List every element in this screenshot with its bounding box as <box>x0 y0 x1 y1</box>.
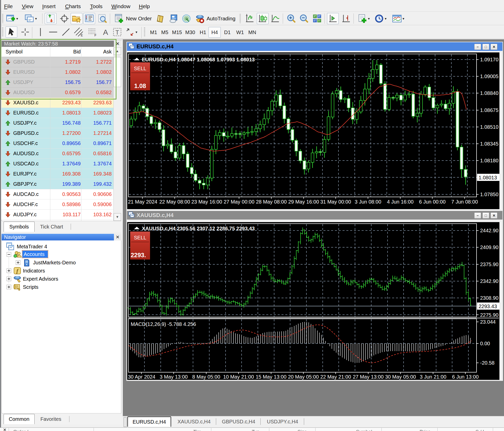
svg-text:2442.90: 2442.90 <box>480 228 498 233</box>
svg-text:0.00: 0.00 <box>480 341 490 346</box>
svg-text:3 Jun 21:00: 3 Jun 21:00 <box>420 374 447 380</box>
svg-text:23 May 16:00: 23 May 16:00 <box>191 199 222 205</box>
svg-text:1.08345: 1.08345 <box>480 141 498 147</box>
svg-text:2342.90: 2342.90 <box>480 278 498 284</box>
svg-text:2375.90: 2375.90 <box>480 262 498 267</box>
svg-text:31 May 00:00: 31 May 00:00 <box>320 199 351 205</box>
svg-text:4 Jun 16:00: 4 Jun 16:00 <box>387 199 414 205</box>
svg-text:30 May 05:00: 30 May 05:00 <box>385 374 416 380</box>
svg-text:22 May 08:00: 22 May 08:00 <box>159 199 190 205</box>
svg-text:22 May 21:00: 22 May 21:00 <box>320 374 351 380</box>
svg-text:15 May 13:00: 15 May 13:00 <box>256 374 286 380</box>
svg-text:1.07850: 1.07850 <box>480 192 498 197</box>
svg-text:2409.90: 2409.90 <box>480 245 498 250</box>
svg-text:F: F <box>94 34 96 37</box>
svg-text:3 May 13:00: 3 May 13:00 <box>160 374 188 380</box>
svg-text:28 May 08:00: 28 May 08:00 <box>256 199 287 205</box>
svg-text:1.09005: 1.09005 <box>480 74 498 79</box>
svg-text:3 Jun 08:00: 3 Jun 08:00 <box>355 199 381 205</box>
svg-text:27 May 13:00: 27 May 13:00 <box>353 374 383 380</box>
svg-text:MACD(12,26,9) -5.788 4.256: MACD(12,26,9) -5.788 4.256 <box>131 321 196 327</box>
svg-text:1.08675: 1.08675 <box>480 107 498 113</box>
svg-text:20 May 05:00: 20 May 05:00 <box>288 374 319 380</box>
svg-text:1.09170: 1.09170 <box>480 57 498 62</box>
svg-text:6 Jun 00:00: 6 Jun 00:00 <box>419 199 446 205</box>
svg-text:23.044: 23.044 <box>480 319 496 325</box>
svg-text:EURUSD.c,H4 1.08047 1.08068 1: EURUSD.c,H4 1.08047 1.08068 1.07993 1.08… <box>142 57 255 62</box>
svg-text:1.08840: 1.08840 <box>480 90 498 96</box>
svg-text:27 May 00:00: 27 May 00:00 <box>224 199 254 205</box>
svg-text:2275.90: 2275.90 <box>480 312 498 318</box>
svg-text:1.08510: 1.08510 <box>480 124 498 130</box>
svg-text:6 Jun 13:00: 6 Jun 13:00 <box>452 374 479 380</box>
svg-text:10 May 21:00: 10 May 21:00 <box>223 374 254 380</box>
svg-text:SELL: SELL <box>134 66 146 71</box>
svg-text:E: E <box>81 34 83 37</box>
svg-text:T: T <box>115 29 119 36</box>
svg-text:XAUUSD.c,H4 2305.56 2307.12 2: XAUUSD.c,H4 2305.56 2307.12 2286.75 2293… <box>142 226 255 231</box>
svg-text:7 Jun 08:00: 7 Jun 08:00 <box>451 199 478 205</box>
svg-text:1.08: 1.08 <box>134 82 146 89</box>
svg-text:21 May 2024: 21 May 2024 <box>128 199 157 205</box>
svg-text:8 May 05:00: 8 May 05:00 <box>192 374 220 380</box>
svg-text:1.08013: 1.08013 <box>479 175 497 180</box>
svg-text:2293.: 2293. <box>131 252 146 258</box>
svg-text:A: A <box>103 28 108 36</box>
svg-text:1.08180: 1.08180 <box>480 158 498 163</box>
svg-text:29 May 16:00: 29 May 16:00 <box>288 199 319 205</box>
svg-text:2308.90: 2308.90 <box>480 295 498 301</box>
svg-text:30 Apr 2024: 30 Apr 2024 <box>128 374 155 380</box>
svg-text:-20.58: -20.58 <box>480 360 495 366</box>
svg-text:2293.43: 2293.43 <box>479 304 497 309</box>
svg-text:SELL: SELL <box>134 235 146 240</box>
